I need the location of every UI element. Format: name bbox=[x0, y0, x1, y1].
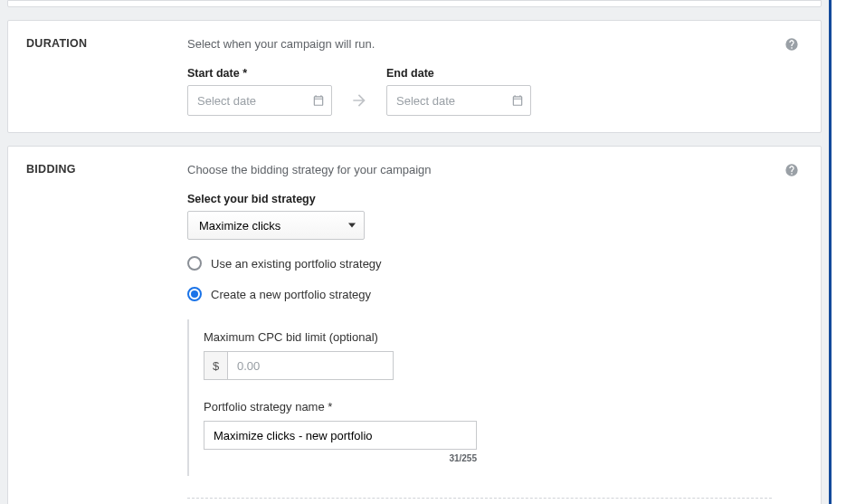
radio-new-label: Create a new portfolio strategy bbox=[211, 288, 371, 301]
bid-strategy-select[interactable]: Maximize clicks bbox=[187, 211, 365, 240]
duration-title: DURATION bbox=[26, 37, 187, 116]
radio-checked-icon bbox=[187, 287, 202, 301]
previous-card-slice bbox=[7, 0, 822, 7]
help-icon[interactable] bbox=[784, 163, 799, 177]
currency-prefix: $ bbox=[204, 351, 227, 380]
portfolio-name-label: Portfolio strategy name * bbox=[204, 400, 772, 414]
duration-description: Select when your campaign will run. bbox=[187, 37, 772, 51]
bidding-section: BIDDING Choose the bidding strategy for … bbox=[7, 146, 822, 504]
radio-new-strategy[interactable]: Create a new portfolio strategy bbox=[187, 287, 772, 301]
portfolio-name-input[interactable] bbox=[204, 421, 477, 450]
bid-strategy-label: Select your bid strategy bbox=[187, 193, 772, 205]
scroll-accent bbox=[829, 0, 846, 504]
cpc-limit-input[interactable] bbox=[227, 351, 394, 380]
portfolio-name-count: 31/255 bbox=[204, 453, 477, 463]
bidding-title: BIDDING bbox=[26, 163, 187, 504]
bidding-description: Choose the bidding strategy for your cam… bbox=[187, 163, 772, 176]
radio-existing-label: Use an existing portfolio strategy bbox=[211, 257, 382, 271]
start-date-input[interactable] bbox=[187, 85, 332, 116]
end-date-input[interactable] bbox=[386, 85, 531, 116]
radio-existing-strategy[interactable]: Use an existing portfolio strategy bbox=[187, 256, 772, 271]
help-icon[interactable] bbox=[784, 37, 799, 52]
end-date-label: End date bbox=[386, 67, 531, 80]
arrow-right-icon bbox=[350, 91, 368, 109]
start-date-label: Start date * bbox=[187, 67, 332, 80]
calendar-icon bbox=[511, 94, 524, 107]
new-portfolio-panel: Maximum CPC bid limit (optional) $ Portf… bbox=[187, 319, 772, 476]
radio-icon bbox=[187, 256, 202, 271]
calendar-icon bbox=[312, 94, 325, 107]
duration-section: DURATION Select when your campaign will … bbox=[7, 20, 822, 133]
cpc-limit-label: Maximum CPC bid limit (optional) bbox=[204, 330, 772, 344]
divider bbox=[187, 498, 772, 499]
